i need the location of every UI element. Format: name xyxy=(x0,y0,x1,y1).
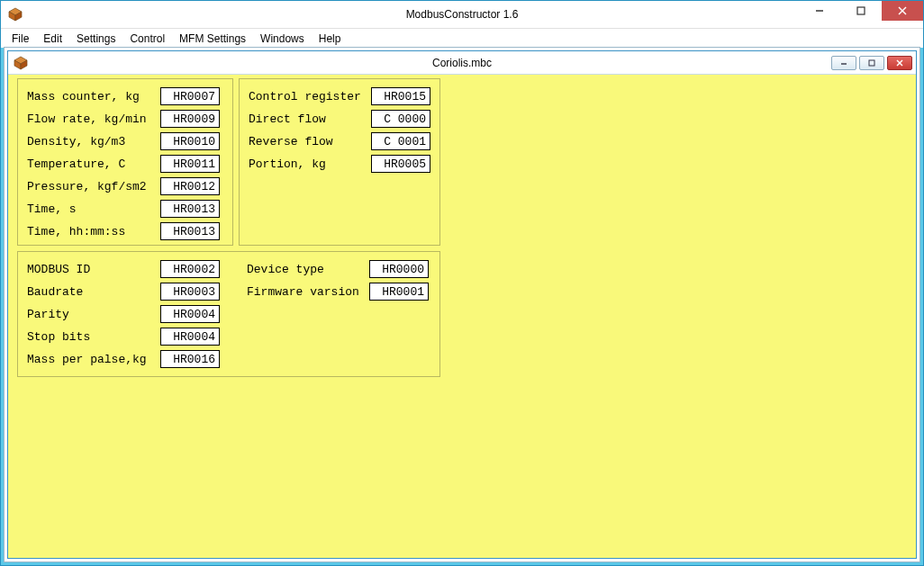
mdi-child-window[interactable]: Coriolis.mbc Mass counter, kg Flow rate,… xyxy=(7,50,917,559)
window-controls xyxy=(799,1,923,28)
field-reverse-flow[interactable] xyxy=(371,132,430,150)
label-temperature: Temperature, C xyxy=(27,157,160,171)
field-modbus-id[interactable] xyxy=(160,260,220,278)
panel-measurements: Mass counter, kg Flow rate, kg/min Densi… xyxy=(17,78,233,246)
menu-bar: File Edit Settings Control MFM Settings … xyxy=(1,28,923,48)
app-title: ModbusConstructor 1.6 xyxy=(1,8,923,21)
label-portion: Portion, kg xyxy=(249,157,371,171)
field-control-register[interactable] xyxy=(371,87,430,105)
label-modbus-id: MODBUS ID xyxy=(27,263,160,276)
mdi-minimize-button[interactable] xyxy=(831,56,856,70)
menu-settings[interactable]: Settings xyxy=(69,31,122,47)
field-firmware-version[interactable] xyxy=(369,283,429,301)
mdi-title: Coriolis.mbc xyxy=(8,57,916,69)
label-flow-rate: Flow rate, kg/min xyxy=(27,112,160,126)
close-button[interactable] xyxy=(882,1,923,21)
menu-help[interactable]: Help xyxy=(312,31,349,47)
mdi-titlebar[interactable]: Coriolis.mbc xyxy=(8,51,916,75)
menu-mfm-settings[interactable]: MFM Settings xyxy=(172,31,253,47)
label-time-s: Time, s xyxy=(27,202,160,216)
svg-rect-11 xyxy=(869,60,874,66)
field-portion[interactable] xyxy=(371,155,430,173)
label-reverse-flow: Reverse flow xyxy=(249,135,371,148)
label-time-hms: Time, hh:mm:ss xyxy=(27,225,160,238)
field-baudrate[interactable] xyxy=(160,283,220,301)
label-baudrate: Baudrate xyxy=(27,285,160,299)
mdi-close-button[interactable] xyxy=(887,56,912,70)
app-icon xyxy=(8,7,23,22)
mdi-icon xyxy=(14,56,28,70)
label-firmware-version: Firmware varsion xyxy=(247,285,369,299)
field-mass-per-pulse[interactable] xyxy=(160,350,220,368)
field-stop-bits[interactable] xyxy=(160,328,220,346)
field-time-hms[interactable] xyxy=(160,222,220,240)
maximize-button[interactable] xyxy=(840,1,882,21)
field-time-s[interactable] xyxy=(160,200,220,218)
menu-control[interactable]: Control xyxy=(122,31,172,47)
field-pressure[interactable] xyxy=(160,177,220,195)
label-parity: Parity xyxy=(27,308,160,321)
main-titlebar: ModbusConstructor 1.6 xyxy=(1,1,923,28)
label-direct-flow: Direct flow xyxy=(249,112,371,126)
label-device-type: Device type xyxy=(247,263,369,276)
field-temperature[interactable] xyxy=(160,155,220,173)
field-direct-flow[interactable] xyxy=(371,110,430,128)
menu-edit[interactable]: Edit xyxy=(36,31,69,47)
field-parity[interactable] xyxy=(160,305,220,323)
field-mass-counter[interactable] xyxy=(160,87,220,105)
menu-windows[interactable]: Windows xyxy=(253,31,312,47)
label-mass-per-pulse: Mass per palse,kg xyxy=(27,353,160,366)
mdi-client-area: Coriolis.mbc Mass counter, kg Flow rate,… xyxy=(4,47,920,562)
field-device-type[interactable] xyxy=(369,260,429,278)
minimize-button[interactable] xyxy=(799,1,840,21)
panel-device: MODBUS ID Baudrate Parity Stop bits Mass… xyxy=(17,251,440,377)
svg-rect-4 xyxy=(857,7,865,14)
mdi-maximize-button[interactable] xyxy=(859,56,884,70)
form-canvas[interactable]: Mass counter, kg Flow rate, kg/min Densi… xyxy=(8,75,916,558)
mdi-window-controls xyxy=(831,56,916,70)
label-mass-counter: Mass counter, kg xyxy=(27,90,160,103)
panel-control: Control register Direct flow Reverse flo… xyxy=(239,78,440,246)
label-pressure: Pressure, kgf/sm2 xyxy=(27,180,160,193)
label-control-register: Control register xyxy=(249,90,371,103)
label-stop-bits: Stop bits xyxy=(27,330,160,344)
menu-file[interactable]: File xyxy=(5,31,36,47)
field-density[interactable] xyxy=(160,132,220,150)
field-flow-rate[interactable] xyxy=(160,110,220,128)
label-density: Density, kg/m3 xyxy=(27,135,160,148)
